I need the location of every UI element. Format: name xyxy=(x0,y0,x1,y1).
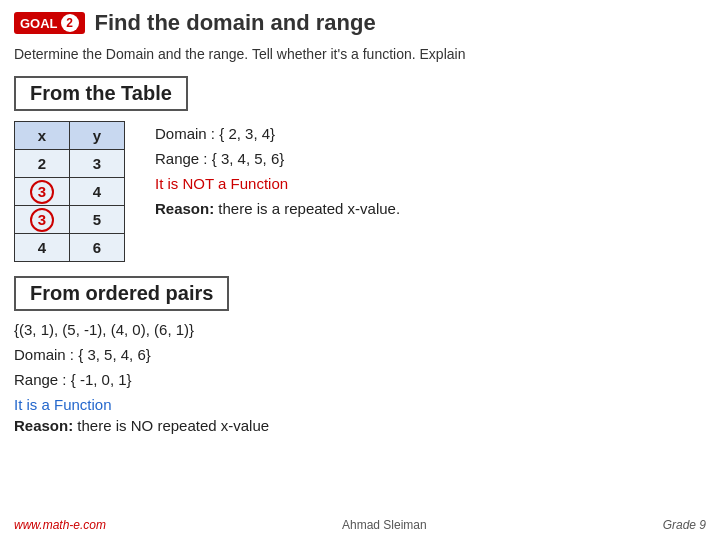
footer: www.math-e.com Ahmad Sleiman Grade 9 xyxy=(14,518,706,532)
table-function-status: It is NOT a Function xyxy=(155,175,400,192)
table-row: 3 4 xyxy=(15,178,125,206)
goal-label: GOAL xyxy=(20,16,58,31)
page-title: Find the domain and range xyxy=(95,10,376,36)
table-info-panel: Domain : { 2, 3, 4} Range : { 3, 4, 5, 6… xyxy=(155,121,400,217)
from-ordered-pairs-heading: From ordered pairs xyxy=(14,276,229,311)
cell-x-4: 4 xyxy=(15,234,70,262)
table-range-value: { 3, 4, 5, 6} xyxy=(212,150,285,167)
footer-grade: Grade 9 xyxy=(663,518,706,532)
table-section: x y 2 3 3 4 3 5 4 6 Domain : xyxy=(0,121,720,262)
cell-x-1: 2 xyxy=(15,150,70,178)
ordered-reason-bold: Reason: xyxy=(14,417,73,434)
ordered-range-line: Range : { -1, 0, 1} xyxy=(14,371,706,388)
goal-badge: GOAL 2 xyxy=(14,12,85,34)
pairs-text: {(3, 1), (5, -1), (4, 0), (6, 1)} xyxy=(14,321,706,338)
ordered-domain-label: Domain : xyxy=(14,346,74,363)
ordered-domain-line: Domain : { 3, 5, 4, 6} xyxy=(14,346,706,363)
cell-y-1: 3 xyxy=(70,150,125,178)
table-row: 2 3 xyxy=(15,150,125,178)
footer-author: Ahmad Sleiman xyxy=(342,518,427,532)
cell-y-3: 5 xyxy=(70,206,125,234)
cell-x-3: 3 xyxy=(15,206,70,234)
ordered-section: {(3, 1), (5, -1), (4, 0), (6, 1)} Domain… xyxy=(0,321,720,434)
goal-number: 2 xyxy=(61,14,79,32)
table-domain-value: { 2, 3, 4} xyxy=(219,125,275,142)
table-range-label: Range : xyxy=(155,150,208,167)
table-domain-line: Domain : { 2, 3, 4} xyxy=(155,125,400,142)
data-table: x y 2 3 3 4 3 5 4 6 xyxy=(14,121,125,262)
table-reason-bold: Reason: xyxy=(155,200,214,217)
table-range-line: Range : { 3, 4, 5, 6} xyxy=(155,150,400,167)
ordered-range-label: Range : xyxy=(14,371,67,388)
ordered-reason: Reason: there is NO repeated x-value xyxy=(14,417,706,434)
footer-site: www.math-e.com xyxy=(14,518,106,532)
from-the-table-heading: From the Table xyxy=(14,76,188,111)
subtitle: Determine the Domain and the range. Tell… xyxy=(0,42,720,72)
table-row: 4 6 xyxy=(15,234,125,262)
table-row: 3 5 xyxy=(15,206,125,234)
circled-value-1: 3 xyxy=(30,180,54,204)
header: GOAL 2 Find the domain and range xyxy=(0,0,720,42)
cell-y-4: 6 xyxy=(70,234,125,262)
ordered-domain-value: { 3, 5, 4, 6} xyxy=(78,346,151,363)
col-y-header: y xyxy=(70,122,125,150)
circled-value-2: 3 xyxy=(30,208,54,232)
table-domain-label: Domain : xyxy=(155,125,215,142)
col-x-header: x xyxy=(15,122,70,150)
table-reason: Reason: there is a repeated x-value. xyxy=(155,200,400,217)
ordered-reason-text: there is NO repeated x-value xyxy=(77,417,269,434)
table-reason-text: there is a repeated x-value. xyxy=(218,200,400,217)
cell-x-2: 3 xyxy=(15,178,70,206)
ordered-range-value: { -1, 0, 1} xyxy=(71,371,132,388)
cell-y-2: 4 xyxy=(70,178,125,206)
ordered-function-status: It is a Function xyxy=(14,396,706,413)
